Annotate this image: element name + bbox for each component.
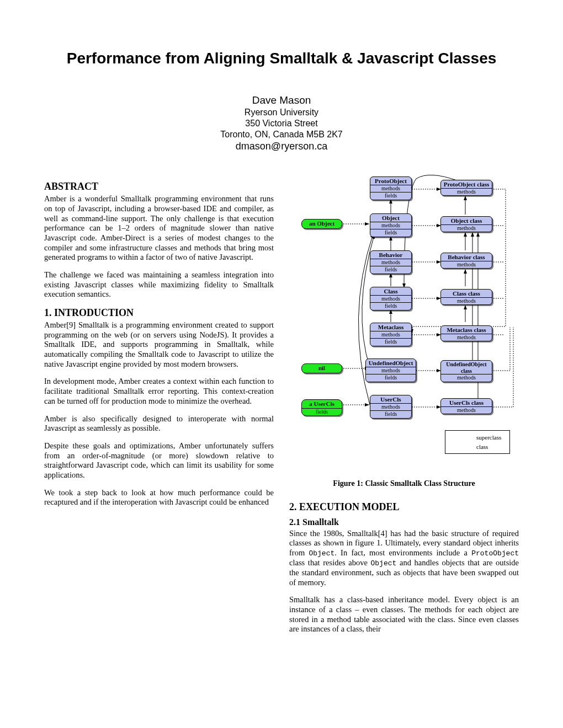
metaclass-undefinedobject-class: UndefinedObject class methods <box>440 360 492 382</box>
left-column: ABSTRACT Amber is a wonderful Smalltalk … <box>44 173 274 642</box>
class-class: Class methods fields <box>370 287 412 311</box>
page: Performance from Aligning Smalltalk & Ja… <box>0 0 563 728</box>
legend-class: class <box>450 442 505 452</box>
metaclass-usercls-class: UserCls class methods <box>440 398 492 414</box>
instance-nil: nil <box>301 363 342 373</box>
class-undefinedobject: UndefinedObject methods fields <box>365 358 416 382</box>
two-column-layout: ABSTRACT Amber is a wonderful Smalltalk … <box>44 173 519 642</box>
metaclass-class-class: Class class methods <box>440 289 492 305</box>
metaclass-object-class: Object class methods <box>440 216 492 232</box>
author-block: Dave Mason Ryerson University 350 Victor… <box>44 94 519 152</box>
author-email: dmason@ryerson.ca <box>44 140 519 153</box>
abstract-p2: The challenge we faced was maintaining a… <box>44 270 274 299</box>
abstract-p1: Amber is a wonderful Smalltalk programmi… <box>44 194 274 263</box>
class-usercls: UserCls methods fields <box>370 395 412 419</box>
execution-model-heading: 2. EXECUTION MODEL <box>289 501 519 513</box>
intro-p1: Amber[9] Smalltalk is a programming envi… <box>44 320 274 369</box>
paper-title: Performance from Aligning Smalltalk & Ja… <box>44 50 519 67</box>
figure-1-caption: Figure 1: Classic Smalltalk Class Struct… <box>289 479 519 488</box>
intro-p4: Despite these goals and optimizations, A… <box>44 441 274 480</box>
author-addr2: Toronto, ON, Canada M5B 2K7 <box>44 129 519 140</box>
metaclass-metaclass-class: Metaclass class methods <box>440 325 492 341</box>
class-protoobject: ProtoObject methods fields <box>370 176 412 200</box>
smalltalk-subheading: 2.1 Smalltalk <box>289 517 519 528</box>
author-name: Dave Mason <box>44 94 519 107</box>
intro-p2: In development mode, Amber creates a con… <box>44 377 274 406</box>
metaclass-protoobject-class: ProtoObject class methods <box>440 180 492 196</box>
diagram-legend: superclass class <box>445 430 510 454</box>
legend-superclass: superclass <box>450 433 505 442</box>
author-addr1: 350 Victoria Street <box>44 118 519 129</box>
intro-heading: 1. INTRODUCTION <box>44 307 274 319</box>
intro-p5: We took a step back to look at how much … <box>44 488 274 507</box>
exec-p2: Smalltalk has a class-based inheritance … <box>289 595 519 634</box>
instance-an-object: an Object <box>301 219 342 229</box>
intro-p3: Amber is also specifically designed to i… <box>44 414 274 433</box>
exec-p1: Since the 1980s, Smalltalk[4] has had th… <box>289 529 519 587</box>
author-affil: Ryerson University <box>44 107 519 118</box>
right-column: an Object nil a UserCls fields ProtoObje… <box>289 173 519 642</box>
class-behavior: Behavior methods fields <box>370 250 412 274</box>
class-metaclass: Metaclass methods fields <box>370 323 412 346</box>
abstract-heading: ABSTRACT <box>44 181 274 193</box>
metaclass-behavior-class: Behavior class methods <box>440 253 492 269</box>
figure-1-diagram: an Object nil a UserCls fields ProtoObje… <box>286 173 518 471</box>
class-object: Object methods fields <box>370 213 412 237</box>
instance-a-usercls: a UserCls fields <box>301 399 342 416</box>
